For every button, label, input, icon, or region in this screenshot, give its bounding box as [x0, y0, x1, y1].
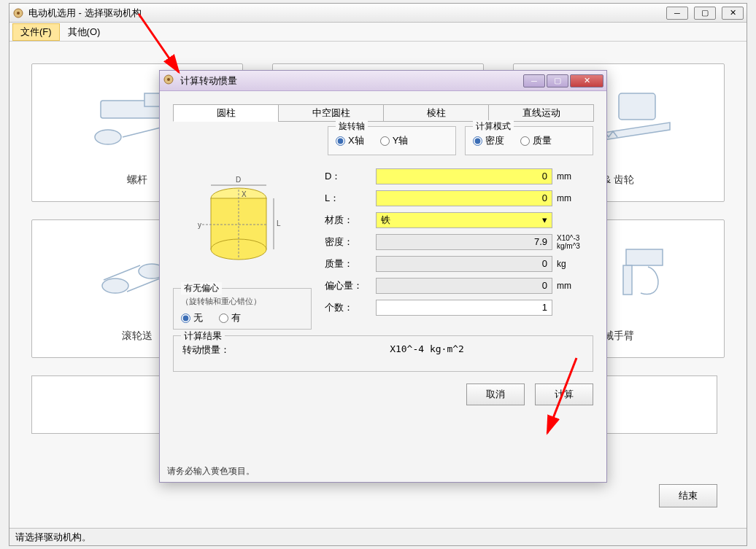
unit-eccentric: mm — [552, 281, 593, 291]
mode-groupbox: 计算模式 密度 质量 — [465, 126, 593, 155]
label-d: D： — [325, 170, 376, 183]
tab-hollow-cylinder[interactable]: 中空圆柱 — [278, 104, 384, 122]
main-minimize-button[interactable]: ─ — [666, 7, 688, 20]
label-eccentric-amount: 偏心量： — [325, 279, 376, 292]
dialog-title: 计算转动惯量 — [177, 74, 522, 87]
dialog-status-text: 请务必输入黄色项目。 — [167, 465, 255, 478]
result-value: X10^-4 kg·m^2 — [270, 343, 584, 357]
radio-x-label: X轴 — [348, 134, 364, 147]
input-density: 7.9 — [376, 234, 552, 250]
radio-eccentric-no[interactable]: 无 — [181, 311, 203, 324]
radio-mass-label: 质量 — [533, 134, 552, 147]
eccentric-subtitle: （旋转轴和重心错位） — [181, 296, 304, 307]
unit-mass: kg — [552, 259, 593, 269]
radio-yes-label: 有 — [231, 311, 241, 324]
svg-text:y: y — [198, 221, 201, 229]
svg-rect-12 — [623, 265, 632, 295]
cancel-button-label: 取消 — [486, 388, 505, 401]
menubar: 文件(F) 其他(O) — [9, 23, 747, 42]
menu-file[interactable]: 文件(F) — [12, 23, 60, 41]
label-l: L： — [325, 192, 376, 205]
footer-end: 结束 — [659, 484, 717, 507]
svg-text:X: X — [242, 190, 247, 198]
input-count[interactable]: 1 — [376, 300, 552, 316]
svg-point-14 — [167, 78, 170, 81]
main-titlebar: 电动机选用 - 选择驱动机构 ─ ▢ ✕ — [9, 4, 747, 23]
radio-eccentric-yes[interactable]: 有 — [219, 311, 241, 324]
main-maximize-button[interactable]: ▢ — [694, 7, 716, 20]
shape-tabs: 圆柱 中空圆柱 棱柱 直线运动 — [173, 104, 593, 122]
input-d[interactable]: 0 — [376, 168, 552, 184]
svg-rect-6 — [619, 93, 655, 120]
dialog-maximize-button[interactable]: ▢ — [547, 74, 568, 87]
radio-mass[interactable]: 质量 — [520, 134, 552, 147]
dialog-close-button[interactable]: ✕ — [570, 74, 603, 87]
result-label: 转动惯量： — [182, 343, 270, 357]
cylinder-diagram: D X L y — [173, 166, 312, 282]
svg-point-7 — [102, 279, 128, 293]
parameter-form: D： 0 mm L： 0 mm 材质： 铁 ▾ 密度： 7.9 X10 — [325, 166, 593, 330]
mode-legend: 计算模式 — [473, 120, 514, 133]
dialog-titlebar: 计算转动惯量 ─ ▢ ✕ — [160, 71, 606, 91]
svg-point-1 — [17, 12, 20, 15]
inertia-dialog: 计算转动惯量 ─ ▢ ✕ 圆柱 中空圆柱 棱柱 直线运动 旋转轴 X轴 Y轴 计… — [159, 70, 607, 483]
unit-l: mm — [552, 193, 593, 203]
calculate-button-label: 计算 — [555, 388, 574, 401]
input-eccentric-amount: 0 — [376, 278, 552, 294]
radio-density-label: 密度 — [485, 134, 504, 147]
result-legend: 计算结果 — [181, 330, 225, 343]
input-l[interactable]: 0 — [376, 190, 552, 206]
label-material: 材质： — [325, 214, 376, 227]
input-mass: 0 — [376, 256, 552, 272]
axis-groupbox: 旋转轴 X轴 Y轴 — [328, 126, 456, 155]
dialog-app-icon — [163, 74, 174, 87]
result-groupbox: 计算结果 转动惯量： X10^-4 kg·m^2 — [173, 335, 593, 372]
eccentric-legend: 有无偏心 — [181, 282, 222, 295]
svg-text:L: L — [277, 219, 281, 227]
end-button-label: 结束 — [679, 489, 698, 502]
svg-point-2 — [95, 130, 121, 144]
main-statusbar: 请选择驱动机构。 — [9, 528, 747, 545]
label-mass: 质量： — [325, 257, 376, 270]
svg-text:D: D — [236, 176, 241, 184]
eccentric-groupbox: 有无偏心 （旋转轴和重心错位） 无 有 — [173, 288, 312, 330]
radio-x-axis[interactable]: X轴 — [336, 134, 364, 147]
menu-other[interactable]: 其他(O) — [60, 23, 109, 41]
radio-no-label: 无 — [193, 311, 203, 324]
radio-density[interactable]: 密度 — [473, 134, 504, 147]
select-material-value: 铁 — [381, 214, 390, 225]
end-button[interactable]: 结束 — [659, 484, 717, 507]
unit-density: X10^-3 kg/m^3 — [552, 234, 593, 250]
calculate-button[interactable]: 计算 — [535, 383, 593, 405]
app-icon — [12, 7, 24, 19]
svg-line-10 — [127, 277, 163, 292]
main-status-text: 请选择驱动机构。 — [15, 532, 91, 542]
label-count: 个数： — [325, 301, 376, 314]
tab-linear[interactable]: 直线运动 — [488, 104, 594, 122]
radio-y-label: Y轴 — [393, 134, 409, 147]
dialog-minimize-button[interactable]: ─ — [523, 74, 545, 87]
unit-d: mm — [552, 171, 593, 182]
label-density: 密度： — [325, 235, 376, 249]
radio-y-axis[interactable]: Y轴 — [380, 134, 409, 147]
main-close-button[interactable]: ✕ — [722, 7, 744, 20]
chevron-down-icon: ▾ — [542, 213, 547, 227]
axis-legend: 旋转轴 — [336, 120, 368, 133]
tab-cylinder[interactable]: 圆柱 — [173, 104, 279, 122]
cancel-button[interactable]: 取消 — [466, 383, 525, 405]
svg-line-9 — [104, 265, 140, 280]
tab-prism[interactable]: 棱柱 — [383, 104, 489, 122]
select-material[interactable]: 铁 ▾ — [376, 212, 552, 228]
main-window-title: 电动机选用 - 选择驱动机构 — [28, 7, 666, 20]
svg-rect-11 — [626, 249, 663, 265]
